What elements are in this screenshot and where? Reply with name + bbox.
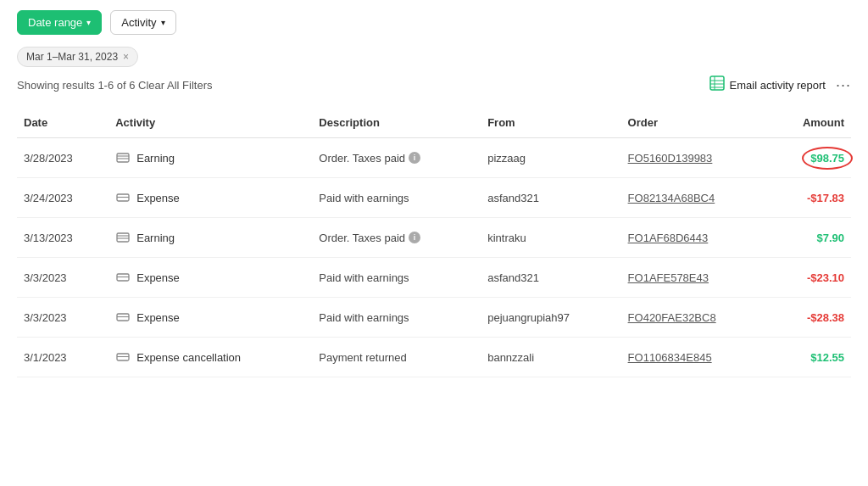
order-link[interactable]: FO1AFE578E43 <box>628 271 709 284</box>
email-report-button[interactable]: Email activity report <box>709 75 826 94</box>
activity-type: Expense <box>115 190 305 205</box>
col-header-amount: Amount <box>771 108 851 138</box>
cell-from: bannzzali <box>481 338 620 377</box>
cell-amount: $12.55 <box>771 338 851 377</box>
filter-tag-label: Mar 1–Mar 31, 2023 <box>26 51 118 63</box>
email-report-label: Email activity report <box>730 79 826 92</box>
activity-type: Earning <box>115 150 305 165</box>
results-bar: Showing results 1-6 of 6 Clear All Filte… <box>17 75 851 94</box>
toolbar: Date range ▾ Activity ▾ <box>17 10 851 35</box>
amount-value: -$23.10 <box>807 271 844 284</box>
cell-date: 3/28/2023 <box>17 138 108 178</box>
cell-amount: -$28.38 <box>771 298 851 338</box>
amount-value: $7.90 <box>816 232 844 244</box>
order-link[interactable]: FO1AF68D6443 <box>628 232 709 244</box>
cell-order[interactable]: FO420FAE32BC8 <box>621 298 771 338</box>
cell-from: pizzaag <box>481 138 620 178</box>
cell-activity: Expense <box>108 178 312 218</box>
col-header-date: Date <box>17 108 108 138</box>
filter-tag-close-icon[interactable]: × <box>123 51 129 63</box>
col-header-from: From <box>481 108 620 138</box>
activity-type: Expense cancellation <box>115 349 305 365</box>
cell-order[interactable]: FO1AF68D6443 <box>621 218 771 258</box>
cell-from: asfand321 <box>481 258 620 298</box>
cell-activity: Expense cancellation <box>108 338 312 377</box>
cell-order[interactable]: FO1AFE578E43 <box>621 258 771 298</box>
cell-date: 3/24/2023 <box>17 178 108 218</box>
spreadsheet-icon <box>709 75 725 94</box>
cell-description: Order. Taxes paidi <box>312 218 481 258</box>
activity-type: Expense <box>115 270 305 285</box>
amount-value: $12.55 <box>810 351 844 364</box>
filter-tags: Mar 1–Mar 31, 2023 × <box>17 47 851 67</box>
table-row: 3/24/2023ExpensePaid with earningsasfand… <box>17 178 851 218</box>
cell-date: 3/13/2023 <box>17 218 108 258</box>
cell-order[interactable]: FO1106834E845 <box>621 338 771 377</box>
svg-rect-10 <box>117 233 129 242</box>
table-body: 3/28/2023EarningOrder. Taxes paidipizzaa… <box>17 138 851 377</box>
cell-order[interactable]: FO5160D139983 <box>621 138 771 178</box>
cell-description: Paid with earnings <box>312 298 481 338</box>
date-range-chevron-icon: ▾ <box>86 18 91 27</box>
cell-date: 3/3/2023 <box>17 298 108 338</box>
col-header-order: Order <box>621 108 771 138</box>
col-header-description: Description <box>312 108 481 138</box>
cell-from: kintraku <box>481 218 620 258</box>
amount-value: -$28.38 <box>807 311 844 324</box>
col-header-activity: Activity <box>108 108 312 138</box>
expense-icon <box>115 270 131 285</box>
cell-activity: Expense <box>108 298 312 338</box>
cell-description: Paid with earnings <box>312 258 481 298</box>
highlighted-amount: $98.75 <box>810 152 844 165</box>
order-link[interactable]: FO5160D139983 <box>628 152 713 165</box>
cell-from: asfand321 <box>481 178 620 218</box>
clear-all-filters-link[interactable]: Clear All Filters <box>138 79 212 92</box>
svg-rect-0 <box>710 76 724 90</box>
table-row: 3/3/2023ExpensePaid with earningspejuang… <box>17 298 851 338</box>
active-filter-tag: Mar 1–Mar 31, 2023 × <box>17 47 138 67</box>
more-options-button[interactable]: ··· <box>836 76 851 94</box>
activity-filter-label: Activity <box>121 16 156 29</box>
order-link[interactable]: FO420FAE32BC8 <box>628 311 716 324</box>
cell-activity: Earning <box>108 138 312 178</box>
results-count-text: Showing results 1-6 of 6 <box>17 79 135 92</box>
cell-amount: $98.75 <box>771 138 851 178</box>
cell-description: Payment returned <box>312 338 481 377</box>
cell-amount: -$17.83 <box>771 178 851 218</box>
earning-icon <box>115 230 131 245</box>
cell-activity: Earning <box>108 218 312 258</box>
results-info: Showing results 1-6 of 6 Clear All Filte… <box>17 79 213 92</box>
activity-chevron-icon: ▾ <box>161 18 165 27</box>
order-link[interactable]: FO82134A68BC4 <box>628 192 715 204</box>
cell-activity: Expense <box>108 258 312 298</box>
svg-rect-5 <box>117 154 129 162</box>
expense-icon <box>115 190 131 205</box>
page: Date range ▾ Activity ▾ Mar 1–Mar 31, 20… <box>0 0 868 486</box>
table-row: 3/28/2023EarningOrder. Taxes paidipizzaa… <box>17 138 851 178</box>
expense-cancel-icon <box>115 349 131 365</box>
info-icon[interactable]: i <box>409 232 420 243</box>
activity-type: Earning <box>115 230 305 245</box>
cell-order[interactable]: FO82134A68BC4 <box>621 178 771 218</box>
table-row: 3/1/2023Expense cancellationPayment retu… <box>17 338 851 377</box>
expense-icon <box>115 310 131 325</box>
table-header: Date Activity Description From Order Amo… <box>17 108 851 138</box>
results-right: Email activity report ··· <box>709 75 851 94</box>
cell-description: Paid with earnings <box>312 178 481 218</box>
cell-date: 3/3/2023 <box>17 258 108 298</box>
order-link[interactable]: FO1106834E845 <box>628 351 712 364</box>
table-row: 3/3/2023ExpensePaid with earningsasfand3… <box>17 258 851 298</box>
amount-value: -$17.83 <box>807 192 844 204</box>
cell-description: Order. Taxes paidi <box>312 138 481 178</box>
earning-icon <box>115 150 131 165</box>
table-row: 3/13/2023EarningOrder. Taxes paidikintra… <box>17 218 851 258</box>
activity-table: Date Activity Description From Order Amo… <box>17 108 851 377</box>
activity-type: Expense <box>115 310 305 325</box>
date-range-button[interactable]: Date range ▾ <box>17 10 102 35</box>
cell-amount: $7.90 <box>771 218 851 258</box>
date-range-label: Date range <box>28 16 82 29</box>
info-icon[interactable]: i <box>409 152 420 164</box>
cell-from: pejuangrupiah97 <box>481 298 620 338</box>
activity-filter-button[interactable]: Activity ▾ <box>110 10 175 35</box>
cell-date: 3/1/2023 <box>17 338 108 377</box>
